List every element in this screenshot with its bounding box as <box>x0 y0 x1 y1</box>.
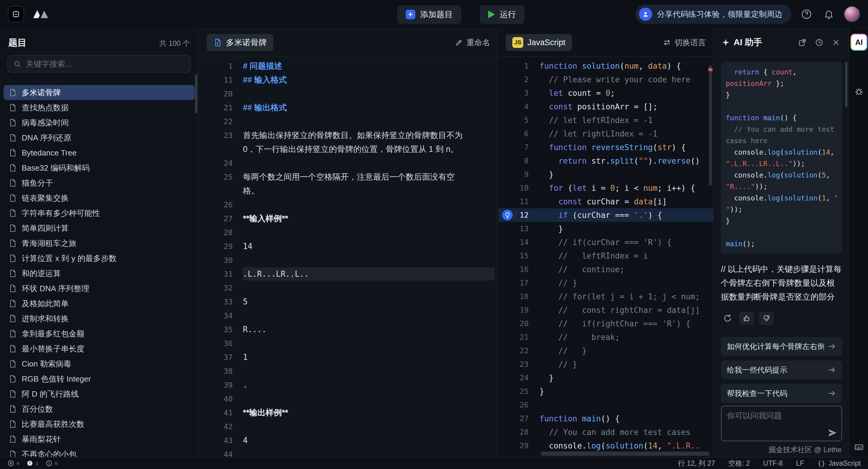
sidebar-item[interactable]: DNA 序列还原 <box>4 130 195 145</box>
info-count: 0 <box>55 461 57 466</box>
sidebar-item[interactable]: 计算位置 x 到 y 的最多步数 <box>4 251 195 266</box>
ai-suggestion-button[interactable]: 给我一些代码提示 <box>721 361 842 379</box>
code-line-text: // if(rightChar === 'R') { <box>539 319 690 328</box>
run-label: 运行 <box>500 9 516 20</box>
editor-horizontal-scrollbar[interactable] <box>541 451 710 456</box>
sidebar-item[interactable]: 暴雨梨花针 <box>4 432 195 447</box>
ai-code-line: } <box>726 215 837 227</box>
line-number: 40 <box>199 395 233 403</box>
language-mode[interactable]: {} JavaScript <box>817 459 861 468</box>
document-icon <box>8 209 17 217</box>
sidebar-item[interactable]: 百分位数 <box>4 402 195 416</box>
line-number: 25 <box>199 173 233 182</box>
sidebar-item[interactable]: 最小替换子串长度 <box>4 341 195 356</box>
send-button[interactable] <box>828 428 837 438</box>
sidebar-item[interactable]: 简单四则计算 <box>4 221 195 236</box>
cursor-position[interactable]: 行 12, 列 27 <box>678 459 715 468</box>
sidebar-item[interactable]: 环状 DNA 序列整理 <box>4 281 195 296</box>
sidebar-item[interactable]: Bytedance Tree <box>4 145 195 160</box>
code-line: 6 // let rightLIndex = -1 <box>498 127 713 140</box>
sidebar-item-label: Bytedance Tree <box>22 148 76 158</box>
doc-tab[interactable]: 多米诺骨牌 <box>207 34 273 51</box>
braces-icon: {} <box>817 460 826 467</box>
close-ai-button[interactable] <box>831 37 841 48</box>
problems-count: 共 100 个 <box>159 39 190 48</box>
status-errors[interactable]: 0 <box>7 460 19 467</box>
promo-banner[interactable]: 分享代码练习体验，领限量定制周边 <box>635 4 792 24</box>
doc-line-text: 5 <box>243 297 248 306</box>
ai-code-line: main(); <box>726 238 837 250</box>
document-icon <box>8 299 17 308</box>
switch-language-button[interactable]: 切换语言 <box>663 37 706 48</box>
sidebar-item[interactable]: Cion 勒索病毒 <box>4 356 195 371</box>
sidebar-item-label: 猫鱼分干 <box>22 178 53 188</box>
sidebar-item[interactable]: 青海湖租车之旅 <box>4 236 195 251</box>
sidebar-item[interactable]: 查找热点数据 <box>4 100 195 115</box>
sidebar-item[interactable]: RGB 色值转 Integer <box>4 371 195 386</box>
export-chat-button[interactable] <box>797 37 808 48</box>
sidebar-item[interactable]: 拿到最多红包金额 <box>4 326 195 341</box>
ai-suggestion-button[interactable]: 帮我检查一下代码 <box>721 384 842 403</box>
encoding[interactable]: UTF-8 <box>763 459 783 468</box>
doc-line: 27**输入样例** <box>199 212 497 225</box>
code-line: 29 console.log(solution(14, ".L.R.. <box>498 439 713 452</box>
ai-input[interactable] <box>721 406 841 441</box>
line-number: 16 <box>498 265 529 274</box>
sidebar-item[interactable]: 阿 D 的飞行路线 <box>4 386 195 402</box>
javascript-icon: JS <box>513 37 523 48</box>
help-button[interactable] <box>799 7 814 22</box>
thumbs-down-button[interactable] <box>759 312 774 325</box>
sidebar-item[interactable]: 进制求和转换 <box>4 311 195 326</box>
sidebar-item[interactable]: 字符串有多少种可能性 <box>4 206 195 221</box>
sidebar-item[interactable]: 链表聚集交换 <box>4 190 195 206</box>
search-input[interactable] <box>25 59 185 69</box>
app-logo-button[interactable] <box>8 6 24 22</box>
doc-line: 22 <box>199 115 497 128</box>
history-button[interactable] <box>814 37 825 48</box>
ai-panel-header: AI 助手 <box>714 29 849 57</box>
ai-code-block: return { count,positionArr };}function m… <box>721 62 842 254</box>
eol-setting[interactable]: LF <box>796 459 804 468</box>
sidebar-item-label: 最小替换子串长度 <box>22 344 84 354</box>
ai-scrollbar[interactable] <box>845 62 847 107</box>
sidebar-item[interactable]: Base32 编码和解码 <box>4 160 195 176</box>
code-line: 5 // let leftRIndex = -1 <box>498 113 713 127</box>
sidebar-item[interactable]: 病毒感染时间 <box>4 115 195 130</box>
doc-line: 25每两个数之间用一个空格隔开，注意最后一个数后面没有空 <box>199 170 497 184</box>
sidebar-item[interactable]: 多米诺骨牌 <box>4 85 195 100</box>
document-icon <box>8 103 17 112</box>
notifications-button[interactable] <box>822 7 836 22</box>
sidebar-item[interactable]: 不再贪心的小包 <box>4 447 195 457</box>
editor-content[interactable]: 1function solution(num, data) {2 // Plea… <box>498 57 713 457</box>
code-line: 4 const positionArr = []; <box>498 100 713 113</box>
rename-button[interactable]: 重命名 <box>455 37 490 48</box>
editor-tab[interactable]: JS JavaScript <box>506 34 572 51</box>
regenerate-button[interactable] <box>721 312 734 325</box>
indent-setting[interactable]: 空格: 2 <box>728 459 750 468</box>
ai-assistant-badge[interactable]: AI <box>850 34 867 51</box>
sidebar-item[interactable]: 及格如此简单 <box>4 296 195 311</box>
lightbulb-icon[interactable] <box>502 210 513 220</box>
sidebar-scrollbar[interactable] <box>195 74 197 113</box>
play-icon <box>488 10 495 19</box>
bug-button[interactable] <box>854 86 864 96</box>
line-number: 38 <box>199 367 233 376</box>
code-line-text: // if(curChar === 'R') { <box>539 238 672 247</box>
code-line: 2 // Please write your code here <box>498 73 713 86</box>
sidebar-item[interactable]: 猫鱼分干 <box>4 176 195 190</box>
add-problem-button[interactable]: 添加题目 <box>397 5 461 24</box>
sidebar-item[interactable]: 比赛最高获胜次数 <box>4 416 195 432</box>
ai-footer: 掘金技术社区 @ Lethe <box>769 445 841 455</box>
code-line: 24 } <box>498 371 713 385</box>
sidebar-item[interactable]: 和的逆运算 <box>4 266 195 281</box>
ai-suggestion-button[interactable]: 如何优化计算每个骨牌左右倒下骨... <box>721 337 842 356</box>
status-warnings[interactable]: 1 <box>26 460 38 467</box>
avatar[interactable] <box>844 6 860 22</box>
ai-panel: AI 助手 return { count,positionArr };}func… <box>714 29 849 457</box>
editor-vertical-scrollbar[interactable] <box>709 65 712 186</box>
doc-content[interactable]: 1# 问题描述11## 输入格式2021## 输出格式2223首先输出保持竖立的… <box>199 57 497 457</box>
run-button[interactable]: 运行 <box>480 5 524 24</box>
thumbs-up-button[interactable] <box>739 312 754 325</box>
keyboard-button[interactable] <box>854 442 864 452</box>
status-infos[interactable]: 0 <box>45 460 57 467</box>
